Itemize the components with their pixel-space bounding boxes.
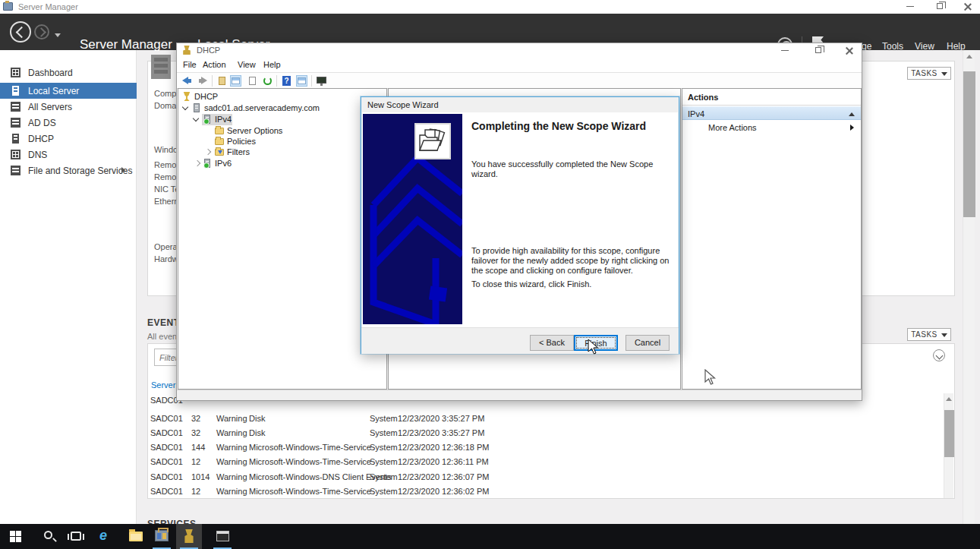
dhcp-icon (12, 134, 19, 144)
event-row[interactable]: SADC01 32 Warning Disk System 12/23/2020… (0, 427, 789, 441)
server-node-icon (194, 103, 200, 112)
dhcp-titlebar[interactable]: DHCP (177, 43, 862, 58)
all-servers-icon (11, 102, 20, 112)
screen: Server Manager Server Manager Local Serv… (0, 0, 980, 549)
file-explorer-icon (129, 532, 143, 541)
monitor-icon[interactable] (316, 75, 327, 87)
cancel-button-wizard[interactable]: Cancel (625, 335, 670, 351)
file-explorer-button[interactable] (123, 524, 149, 549)
event-row[interactable]: SADC01 12 Warning Microsoft-Windows-Time… (0, 456, 789, 470)
dashboard-icon (11, 68, 20, 77)
event-row[interactable]: SADC01 12 Warning Microsoft-Windows-Time… (0, 485, 789, 500)
scroll-up-icon[interactable] (946, 397, 952, 401)
dhcp-restore-button[interactable] (805, 44, 831, 57)
actions-group-ipv4[interactable]: IPv4 (682, 106, 861, 120)
forward-button[interactable] (34, 24, 49, 39)
policies-folder-icon (215, 138, 224, 145)
new-scope-wizard-dialog: New Scope Wizard (361, 96, 679, 354)
dhcp-menu-file[interactable]: File (183, 60, 197, 69)
events-scrollbar[interactable] (944, 393, 953, 498)
events-collapse-button[interactable] (933, 349, 945, 361)
tree-item-server[interactable]: sadc01.ad.serveracademy.com (177, 103, 382, 114)
prop-label: Opera (154, 242, 178, 251)
main-scrollbar-thumb[interactable] (963, 71, 975, 217)
sidebar-item-ad-ds[interactable]: AD DS (0, 115, 137, 131)
main-scrollbar[interactable] (963, 50, 975, 524)
properties-tasks-button[interactable]: TASKS (907, 67, 951, 80)
actions-more-actions[interactable]: More Actions (682, 120, 861, 134)
tree-item-filters[interactable]: Filters (177, 147, 382, 158)
dhcp-menu-action[interactable]: Action (203, 60, 226, 69)
server-manager-taskbar-button[interactable] (149, 524, 175, 549)
local-server-icon (12, 86, 19, 96)
events-tasks-button[interactable]: TASKS (907, 328, 951, 341)
dhcp-minimize-button[interactable] (773, 44, 799, 57)
server-options-folder-icon (215, 128, 224, 134)
windows-start-icon (10, 531, 21, 542)
back-button-wizard[interactable]: < Back (530, 335, 574, 351)
close-button[interactable] (954, 0, 980, 13)
scroll-up-icon[interactable] (966, 55, 972, 58)
export-list-icon[interactable] (216, 75, 228, 87)
restore-button[interactable] (927, 0, 953, 13)
forward-arrow-icon[interactable] (197, 75, 208, 87)
dhcp-root-icon (182, 92, 191, 101)
ipv6-node-icon (204, 159, 210, 168)
dns-icon (11, 150, 20, 159)
sidebar-item-local-server[interactable]: Local Server (0, 83, 137, 99)
new-window-icon[interactable] (296, 75, 307, 87)
wizard-close-text: To close this wizard, click Finish. (471, 279, 675, 289)
sidebar-item-dashboard[interactable]: Dashboard (0, 65, 137, 80)
expand-right-icon (121, 167, 125, 173)
back-button[interactable] (10, 21, 31, 43)
tree-expander-expanded-icon[interactable] (193, 115, 199, 121)
tree-expander-collapsed-icon[interactable] (194, 160, 200, 166)
menu-view[interactable]: View (915, 41, 934, 52)
tree-item-ipv6[interactable]: IPv6 (177, 158, 382, 169)
sidebar-item-dns[interactable]: DNS (0, 147, 137, 162)
events-scrollbar-thumb[interactable] (944, 410, 954, 457)
events-column-header-server[interactable]: Server (151, 380, 175, 390)
tree-item-policies[interactable]: Policies (177, 136, 382, 147)
properties-icon[interactable] (247, 75, 258, 87)
prop-label: Ethern (154, 197, 178, 206)
tree-expander-expanded-icon[interactable] (182, 104, 188, 110)
show-console-tree-icon[interactable] (230, 75, 241, 87)
refresh-toolbar-icon[interactable] (262, 75, 273, 87)
menu-tools[interactable]: Tools (882, 41, 903, 52)
wizard-heading: Completing the New Scope Wizard (471, 120, 670, 133)
tree-item-server-options[interactable]: Server Options (177, 125, 382, 137)
event-row[interactable]: SADC01 144 Warning Microsoft-Windows-Tim… (0, 441, 789, 456)
internet-explorer-button[interactable]: e (94, 524, 120, 549)
wizard-title: New Scope Wizard (367, 100, 439, 109)
minimize-button[interactable] (898, 0, 924, 13)
search-button[interactable] (36, 524, 62, 549)
tree-expander-collapsed-icon[interactable] (205, 149, 211, 155)
dhcp-toolbar: ? (177, 73, 862, 89)
sidebar-item-file-storage[interactable]: File and Storage Services (0, 162, 137, 178)
console-window-taskbar-button[interactable] (210, 524, 235, 549)
internet-explorer-icon: e (99, 528, 107, 544)
tree-item-ipv4[interactable]: IPv4 (177, 114, 382, 125)
tree-item-dhcp-root[interactable]: DHCP (177, 91, 382, 103)
mouse-cursor (588, 339, 600, 355)
dhcp-menu-help[interactable]: Help (263, 60, 281, 69)
event-row[interactable]: SADC01 1014 Warning Microsoft-Windows-DN… (0, 471, 789, 485)
event-row[interactable]: SADC01 32 Warning Disk System 12/23/2020… (0, 412, 789, 427)
dhcp-close-button[interactable] (836, 44, 862, 57)
task-view-icon (71, 532, 81, 541)
ad-ds-icon (11, 118, 20, 128)
help-toolbar-icon[interactable]: ? (281, 75, 292, 87)
actions-divider (682, 105, 861, 106)
dhcp-taskbar-button[interactable] (176, 524, 202, 549)
dhcp-menu-view[interactable]: View (238, 60, 256, 69)
sidebar-item-all-servers[interactable]: All Servers (0, 99, 137, 115)
nav-dropdown-icon[interactable] (55, 33, 61, 37)
task-view-button[interactable] (64, 524, 90, 549)
tasks-caret-icon (941, 72, 947, 76)
back-arrow-icon[interactable] (181, 75, 193, 87)
start-button[interactable] (3, 524, 29, 549)
wizard-titlebar[interactable]: New Scope Wizard (361, 97, 679, 112)
sidebar-item-dhcp[interactable]: DHCP (0, 131, 137, 147)
collapse-group-icon[interactable] (849, 112, 855, 116)
